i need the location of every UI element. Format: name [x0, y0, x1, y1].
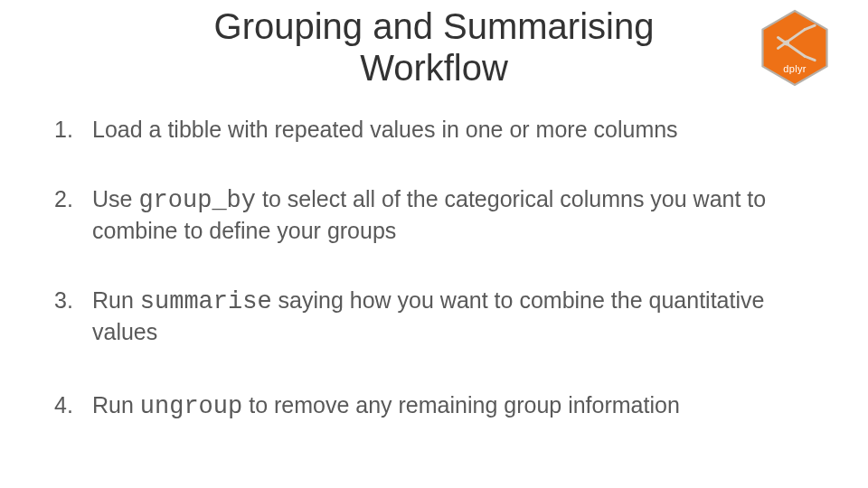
- list-item: 3. Run summarise saying how you want to …: [54, 286, 814, 346]
- text-post: to remove any remaining group informatio…: [242, 392, 680, 418]
- list-text: Run ungroup to remove any remaining grou…: [92, 391, 814, 423]
- slide-title: Grouping and Summarising Workflow: [0, 5, 868, 89]
- code-token: ungroup: [140, 393, 242, 420]
- list-text: Load a tibble with repeated values in on…: [92, 116, 814, 144]
- text-pre: Use: [92, 186, 138, 211]
- dplyr-hex-icon: dplyr: [761, 9, 828, 87]
- list-text: Use group_by to select all of the catego…: [92, 185, 814, 245]
- list-item: 4. Run ungroup to remove any remaining g…: [54, 391, 814, 423]
- code-token: summarise: [140, 288, 272, 315]
- title-line-1: Grouping and Summarising: [214, 6, 655, 46]
- list-number: 2.: [54, 185, 92, 213]
- text-pre: Run: [92, 287, 140, 313]
- slide: Grouping and Summarising Workflow dplyr …: [0, 0, 868, 488]
- text-post: saying how you want to combine the quant…: [272, 287, 765, 313]
- list-text: Run summarise saying how you want to com…: [92, 286, 814, 346]
- list-number: 3.: [54, 286, 92, 314]
- text-post: to select all of the categorical columns…: [256, 186, 766, 211]
- text-pre: Run: [92, 392, 140, 418]
- list-number: 4.: [54, 391, 92, 419]
- list-number: 1.: [54, 116, 92, 144]
- text-pre: Load a tibble with repeated values in on…: [92, 117, 678, 142]
- text-post2: values: [92, 319, 157, 344]
- hex-shape-icon: [761, 9, 828, 87]
- hex-label: dplyr: [761, 63, 828, 74]
- numbered-list: 1. Load a tibble with repeated values in…: [54, 116, 814, 465]
- title-line-2: Workflow: [360, 48, 508, 88]
- code-token: group_by: [138, 187, 256, 214]
- text-post2: combine to define your groups: [92, 218, 396, 243]
- list-item: 2. Use group_by to select all of the cat…: [54, 185, 814, 245]
- svg-point-0: [784, 40, 789, 45]
- list-item: 1. Load a tibble with repeated values in…: [54, 116, 814, 144]
